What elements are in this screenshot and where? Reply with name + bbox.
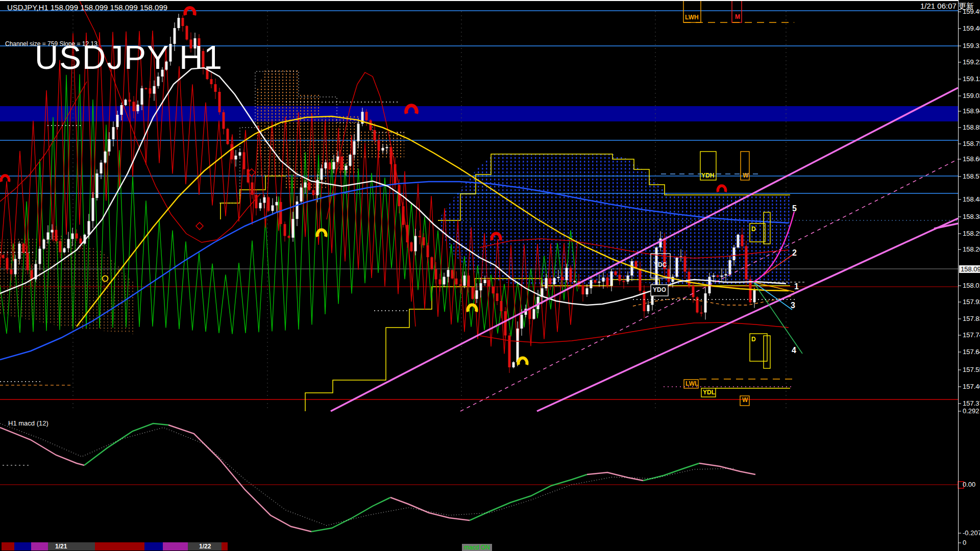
marker-label-ydh: YDH [701, 172, 714, 179]
axis-price-label: 158.295 [963, 230, 980, 237]
axis-price-label: 158.755 [963, 140, 980, 147]
axis-price-label: 158.570 [963, 172, 980, 180]
day-label: 1/21 [55, 543, 67, 550]
timeline-bar-segment [144, 542, 163, 550]
timeline-bar-segment [163, 542, 188, 550]
macd-toggle-badge[interactable]: macd ON [462, 544, 492, 551]
axis-price-label: 159.495 [963, 8, 980, 15]
axis-price-label: 159.125 [963, 75, 980, 83]
current-price-box: 158.099 [959, 265, 980, 273]
axis-price-label: 157.740 [963, 331, 980, 339]
macd-pane-label: H1 macd (12) [8, 419, 48, 427]
chart-title: USDJPY,H1 158.099 158.099 158.099 158.09… [7, 3, 167, 12]
horseshoe-icon [718, 186, 725, 192]
wave-count-label: 1 [794, 282, 799, 291]
axis-price-label: 158.850 [963, 123, 980, 131]
marker-label-d: D [751, 226, 756, 233]
horseshoe-icon [519, 358, 527, 365]
axis-price-label: 0 [963, 539, 966, 546]
chart-canvas[interactable] [0, 0, 980, 551]
timeline-bar-segment [31, 542, 48, 550]
axis-price-label: 158.665 [963, 155, 980, 163]
axis-price-label: 157.370 [963, 399, 980, 407]
horseshoe-icon [468, 305, 477, 312]
macd-lines [0, 423, 958, 532]
axis-price-label: 159.035 [963, 92, 980, 99]
day-label: 1/22 [199, 543, 211, 550]
axis-price-label: 0.00 [963, 481, 975, 488]
horseshoe-icon [185, 8, 195, 15]
marker-label-m: M [735, 13, 740, 20]
wave-count-label: 5 [792, 204, 797, 213]
axis-price-label: 158.015 [963, 282, 980, 289]
marker-label-ydl: YDL [703, 389, 715, 396]
axis-price-label: 159.405 [963, 24, 980, 32]
axis-price-label: 157.460 [963, 383, 980, 390]
timeline-bar-segment [2, 542, 14, 550]
axis-price-label: 158.200 [963, 245, 980, 253]
axis-price-label: 159.310 [963, 42, 980, 49]
horseshoe-icon [1, 176, 9, 182]
price-axis-line [958, 0, 959, 551]
axis-price-label: 0.292 [963, 407, 979, 415]
wave-count-label: 3 [791, 301, 795, 310]
wave-count-label: 4 [792, 346, 796, 355]
timeline-bar-segment [222, 542, 228, 550]
marker-label-lwh: LWH [685, 14, 699, 21]
trading-chart-window: USDJPY,H1 158.099 158.099 158.099 158.09… [0, 0, 980, 551]
timeline-bar-segment [95, 542, 144, 550]
marker-label-ydc: YDC [654, 261, 667, 268]
marker-label-d: D [751, 336, 756, 343]
axis-price-label: 157.925 [963, 298, 980, 306]
trend-lines [331, 88, 958, 411]
wave-count-label: 2 [792, 248, 797, 258]
axis-price-label: 158.385 [963, 213, 980, 220]
axis-price-label: 157.830 [963, 315, 980, 322]
timeline-bar-segment [14, 542, 31, 550]
marker-label-w: W [743, 172, 748, 179]
axis-price-label: 158.940 [963, 107, 980, 115]
axis-price-label: 158.480 [963, 195, 980, 203]
diamond-marker [196, 222, 203, 230]
marker-label-lwl: LWL [685, 380, 698, 387]
axis-price-label: 159.220 [963, 58, 980, 66]
axis-price-label: -0.207 [963, 529, 980, 537]
scroll-separator-bottom [0, 0, 958, 1]
channel-info-label: Channel size = 759 Slope = 12.13 [5, 40, 97, 47]
marker-label-ydo: YDO [653, 286, 666, 293]
axis-price-label: 157.645 [963, 348, 980, 356]
marker-label-w: W [742, 396, 748, 404]
axis-price-label: 157.555 [963, 366, 980, 373]
